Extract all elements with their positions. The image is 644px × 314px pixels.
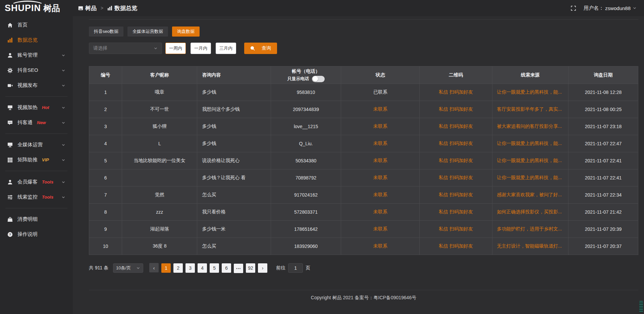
cell-account: 70898792 [271, 169, 341, 187]
cell-date: 2021-11-07 23:18 [569, 118, 638, 135]
range-button-2[interactable]: 三月内 [216, 43, 236, 54]
sidebar-item-2[interactable]: 账号管理 [0, 48, 73, 63]
cell-status: 未联系 [341, 135, 420, 152]
pager-ellipsis[interactable]: ••• [234, 264, 243, 273]
chevron-down-icon [61, 121, 65, 125]
chat-icon [7, 120, 13, 125]
page-button-2[interactable]: 2 [173, 263, 183, 273]
qrcode-link[interactable]: 私信 扫码加好友 [439, 209, 473, 214]
sidebar-item-3[interactable]: 抖音SEO [0, 63, 73, 78]
table-row: 3狐小狸多少钱love__1215未联系私信 扫码加好友被大家追着问的客厅投影分… [89, 118, 638, 135]
phone-only-toggle[interactable] [312, 76, 325, 82]
range-button-1[interactable]: 一月内 [191, 43, 211, 54]
source-link[interactable]: 客厅安装投影半年多了，真实... [497, 106, 562, 112]
range-button-0[interactable]: 一周内 [165, 43, 186, 54]
cell-date: 2021-11-07 20:37 [569, 238, 638, 255]
column-header-5: 二维码 [420, 66, 492, 84]
cell-no: 9 [89, 221, 122, 238]
prev-page-button[interactable]: ‹ [149, 263, 159, 272]
cell-content: 我只看价格 [197, 204, 271, 221]
app-logo[interactable]: SHUPIN 树品 [0, 0, 73, 16]
page-button-4[interactable]: 4 [198, 263, 207, 273]
qrcode-link[interactable]: 私信 扫码加好友 [439, 192, 473, 197]
source-link[interactable]: 让你一眼就爱上的黑科技，能... [497, 175, 562, 180]
sidebar-item-9[interactable]: 全媒体运营 [0, 137, 73, 152]
sidebar-item-0[interactable]: 首页 [0, 17, 73, 33]
table-row: 6多少钱？让我死心 看70898792未联系私信 扫码加好友让你一眼就爱上的黑科… [89, 169, 638, 187]
page-size-select[interactable]: 10条/页 [113, 263, 143, 273]
qrcode-link[interactable]: 私信 扫码加好友 [439, 158, 473, 163]
page-button-92[interactable]: 92 [246, 263, 255, 273]
sidebar-item-16[interactable]: ?操作说明 [0, 227, 73, 242]
cell-date: 2021-11-07 22:41 [569, 152, 638, 169]
cell-qrcode: 私信 扫码加好友 [420, 84, 492, 101]
tab-1[interactable]: 全媒体运营数据 [127, 27, 168, 37]
page-button-3[interactable]: 3 [185, 263, 195, 273]
sidebar-item-12[interactable]: 会员爆客Tools [0, 174, 73, 190]
source-link[interactable]: 被大家追着问的客厅投影分享... [497, 123, 562, 129]
breadcrumb-home[interactable]: 树品 [78, 4, 97, 12]
table-row: 1036度 8怎么买183929060未联系私信 扫码加好友无主灯设计，智能磁吸… [89, 238, 638, 255]
table-header-row: 编号客户昵称咨询内容帐号（电话）只显示电话状态二维码线索来源询盘日期 [89, 66, 638, 84]
filter-bar: 请选择 一周内一月内三月内 查询 [89, 43, 638, 54]
logo-text-cn: 树品 [43, 3, 60, 14]
table-row: 5当地比较能吃的一位美女说说价格让我死心50534380未联系私信 扫码加好友让… [89, 152, 638, 169]
sidebar-item-6[interactable]: 视频加热Hot [0, 100, 73, 115]
page-button-5[interactable]: 5 [210, 263, 219, 273]
source-link[interactable]: 让你一眼就爱上的黑科技，能... [497, 158, 562, 163]
qrcode-link[interactable]: 私信 扫码加好友 [439, 106, 473, 112]
page-button-6[interactable]: 6 [222, 263, 231, 273]
qrcode-link[interactable]: 私信 扫码加好友 [439, 123, 473, 129]
account-select[interactable]: 请选择 [89, 43, 162, 54]
search-button[interactable]: 查询 [244, 43, 277, 54]
sidebar-item-1[interactable]: 数据总览 [0, 33, 73, 48]
qrcode-link[interactable]: 私信 扫码加好友 [439, 141, 473, 146]
breadcrumb-current[interactable]: 数据总览 [107, 4, 137, 12]
sidebar-item-10[interactable]: 矩阵助推VIP [0, 152, 73, 167]
qrcode-link[interactable]: 私信 扫码加好友 [439, 226, 473, 231]
tab-0[interactable]: 抖音seo数据 [89, 27, 123, 37]
sidebar-item-badge: Hot [42, 105, 49, 110]
sidebar-item-7[interactable]: 抖客通New [0, 115, 73, 130]
qrcode-link[interactable]: 私信 扫码加好友 [439, 175, 473, 180]
chevron-down-icon [633, 6, 637, 10]
cell-content: 说说价格让我死心 [197, 152, 271, 169]
page-button-1[interactable]: 1 [161, 263, 171, 273]
user-menu[interactable]: 用户名：zswodun88 [584, 5, 637, 11]
goto-page-input[interactable] [288, 263, 303, 273]
column-header-6: 线索来源 [492, 66, 569, 84]
range-buttons: 一周内一月内三月内 [162, 43, 236, 54]
cell-content: 我想问这个多少钱 [197, 101, 271, 118]
cell-status: 未联系 [341, 187, 420, 204]
cell-content: 多少钱 [197, 84, 271, 101]
source-link[interactable]: 感谢大家喜欢我家，被问了好... [497, 192, 562, 197]
sliders-icon [7, 195, 13, 200]
table-row: 1哦章多少钱9583810已联系私信 扫码加好友让你一眼就爱上的黑科技，能...… [89, 84, 638, 101]
cell-qrcode: 私信 扫码加好友 [420, 221, 492, 238]
cell-account: 50534380 [271, 152, 341, 169]
sidebar-item-13[interactable]: 线索监控Tools [0, 190, 73, 205]
breadcrumb-separator: > [101, 5, 103, 11]
cell-content: 多少钱 [197, 135, 271, 152]
fullscreen-icon[interactable] [571, 5, 576, 11]
source-link[interactable]: 让你一眼就爱上的黑科技，能... [497, 141, 562, 146]
sidebar-item-15[interactable]: 消费明细 [0, 212, 73, 227]
source-link[interactable]: 让你一眼就爱上的黑科技，能... [497, 89, 562, 95]
source-link[interactable]: 无主灯设计，智能磁吸轨道灯... [497, 243, 562, 249]
qrcode-link[interactable]: 私信 扫码加好友 [439, 243, 473, 249]
main-content: 抖音seo数据全媒体运营数据询盘数据 请选择 一周内一月内三月内 查询 [73, 16, 644, 314]
corner-scroll-widget[interactable] [639, 301, 643, 312]
source-link[interactable]: 多功能护栏灯，适用于乡村文... [497, 226, 562, 231]
source-link[interactable]: 如何正确选择投影仪，买投影... [497, 209, 562, 214]
select-placeholder: 请选择 [93, 45, 107, 51]
tab-2[interactable]: 询盘数据 [172, 27, 200, 37]
search-icon [250, 46, 255, 51]
member-icon [7, 179, 13, 185]
sidebar-item-badge: Tools [42, 195, 53, 200]
cell-nickname: 不可一世 [122, 101, 197, 118]
qrcode-link[interactable]: 私信 扫码加好友 [439, 89, 473, 95]
next-page-button[interactable]: › [258, 263, 267, 273]
sidebar-item-4[interactable]: 视频发布 [0, 78, 73, 93]
goto-label: 前往 [276, 265, 285, 271]
chevron-down-icon [61, 180, 65, 184]
